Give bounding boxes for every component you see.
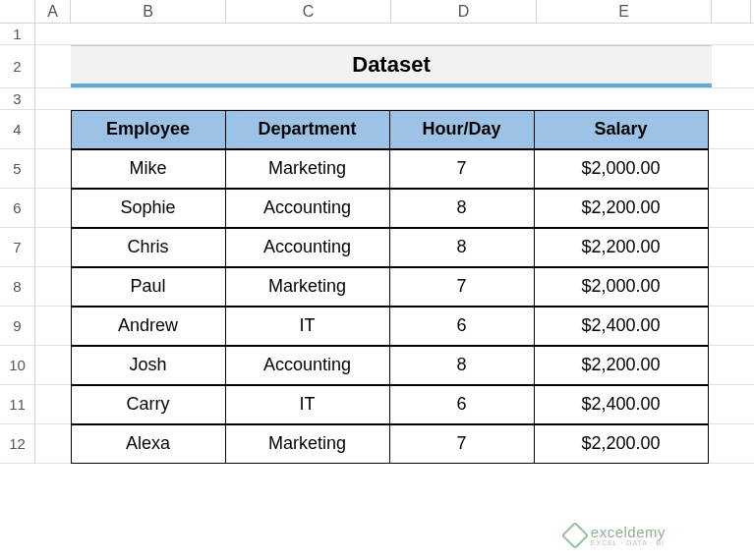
watermark-text: exceldemy EXCEL · DATA · BI (591, 525, 666, 546)
cell[interactable] (35, 346, 71, 384)
cell[interactable] (391, 88, 537, 109)
cell-salary[interactable]: $2,200.00 (534, 424, 709, 464)
row-3: 3 (0, 88, 754, 110)
col-header-a[interactable]: A (35, 0, 71, 23)
cell-salary[interactable]: $2,000.00 (534, 267, 709, 307)
header-employee[interactable]: Employee (71, 110, 226, 149)
cell[interactable] (71, 88, 226, 109)
cell-hour-day[interactable]: 7 (389, 149, 535, 189)
cell[interactable] (35, 228, 71, 266)
cell-department[interactable]: Accounting (225, 228, 390, 267)
cell-employee[interactable]: Alexa (71, 424, 226, 464)
cell-salary[interactable]: $2,400.00 (534, 385, 709, 424)
cell[interactable] (35, 189, 71, 227)
watermark-logo-icon (561, 522, 589, 549)
spreadsheet-view: A B C D E 1 2 Dataset 3 4 (0, 0, 754, 560)
cell-department[interactable]: Accounting (225, 346, 390, 385)
cell-hour-day[interactable]: 6 (389, 385, 535, 424)
cell-salary[interactable]: $2,400.00 (534, 307, 709, 346)
row-4: 4 Employee Department Hour/Day Salary (0, 110, 754, 149)
table-row: 12AlexaMarketing7$2,200.00 (0, 424, 754, 464)
col-header-f[interactable] (712, 0, 751, 23)
watermark-sub: EXCEL · DATA · BI (591, 539, 666, 546)
row-header[interactable]: 4 (0, 110, 35, 148)
cell-salary[interactable]: $2,000.00 (534, 149, 709, 189)
cell[interactable] (35, 385, 71, 423)
cell-salary[interactable]: $2,200.00 (534, 189, 709, 228)
row-header[interactable]: 8 (0, 267, 35, 306)
row-header[interactable]: 2 (0, 45, 35, 87)
cell[interactable] (35, 149, 71, 188)
row-1: 1 (0, 24, 754, 45)
row-header[interactable]: 3 (0, 88, 35, 109)
cell[interactable] (537, 88, 712, 109)
cell-employee[interactable]: Mike (71, 149, 226, 189)
table-row: 6SophieAccounting8$2,200.00 (0, 189, 754, 228)
column-header-row: A B C D E (0, 0, 754, 24)
row-header[interactable]: 10 (0, 346, 35, 384)
cell[interactable] (35, 267, 71, 306)
cell[interactable] (226, 24, 391, 44)
cell-department[interactable]: Marketing (225, 267, 390, 307)
header-department[interactable]: Department (225, 110, 390, 149)
row-header[interactable]: 9 (0, 307, 35, 345)
table-row: 9AndrewIT6$2,400.00 (0, 307, 754, 346)
cell-department[interactable]: Marketing (225, 424, 390, 464)
cell-salary[interactable]: $2,200.00 (534, 228, 709, 267)
cell[interactable] (226, 88, 391, 109)
cell-hour-day[interactable]: 8 (389, 346, 535, 385)
cell[interactable] (537, 24, 712, 44)
row-header[interactable]: 5 (0, 149, 35, 188)
col-header-d[interactable]: D (391, 0, 537, 23)
row-2: 2 Dataset (0, 45, 754, 88)
table-row: 7ChrisAccounting8$2,200.00 (0, 228, 754, 267)
row-header[interactable]: 12 (0, 424, 35, 463)
cell[interactable] (35, 424, 71, 463)
cell[interactable] (35, 88, 71, 109)
cell[interactable] (35, 110, 71, 148)
col-header-b[interactable]: B (71, 0, 226, 23)
cell[interactable] (35, 45, 71, 87)
cell-employee[interactable]: Chris (71, 228, 226, 267)
header-salary[interactable]: Salary (534, 110, 709, 149)
row-header[interactable]: 7 (0, 228, 35, 266)
cell[interactable] (35, 24, 71, 44)
cell-hour-day[interactable]: 7 (389, 267, 535, 307)
cell[interactable] (391, 24, 537, 44)
col-header-c[interactable]: C (226, 0, 391, 23)
header-hour-day[interactable]: Hour/Day (389, 110, 535, 149)
cell-hour-day[interactable]: 8 (389, 228, 535, 267)
cell-hour-day[interactable]: 7 (389, 424, 535, 464)
cell-employee[interactable]: Josh (71, 346, 226, 385)
cell-hour-day[interactable]: 8 (389, 189, 535, 228)
cell[interactable] (35, 307, 71, 345)
cell-salary[interactable]: $2,200.00 (534, 346, 709, 385)
watermark-main: exceldemy (591, 525, 666, 539)
cell-employee[interactable]: Carry (71, 385, 226, 424)
row-header[interactable]: 1 (0, 24, 35, 44)
cell-department[interactable]: IT (225, 307, 390, 346)
cell[interactable] (71, 24, 226, 44)
cell-employee[interactable]: Andrew (71, 307, 226, 346)
watermark: exceldemy EXCEL · DATA · BI (565, 525, 666, 546)
table-row: 5MikeMarketing7$2,000.00 (0, 149, 754, 189)
col-header-e[interactable]: E (537, 0, 712, 23)
cell-department[interactable]: Marketing (225, 149, 390, 189)
title-cell[interactable]: Dataset (71, 45, 712, 87)
table-row: 8PaulMarketing7$2,000.00 (0, 267, 754, 307)
cell-employee[interactable]: Sophie (71, 189, 226, 228)
row-header[interactable]: 11 (0, 385, 35, 423)
cell-department[interactable]: Accounting (225, 189, 390, 228)
cell-department[interactable]: IT (225, 385, 390, 424)
row-header[interactable]: 6 (0, 189, 35, 227)
cell-hour-day[interactable]: 6 (389, 307, 535, 346)
table-row: 11CarryIT6$2,400.00 (0, 385, 754, 424)
cell-employee[interactable]: Paul (71, 267, 226, 307)
table-row: 10JoshAccounting8$2,200.00 (0, 346, 754, 385)
select-all-corner[interactable] (0, 0, 35, 23)
grid-rows: 1 2 Dataset 3 4 Employee Department Hour… (0, 24, 754, 464)
